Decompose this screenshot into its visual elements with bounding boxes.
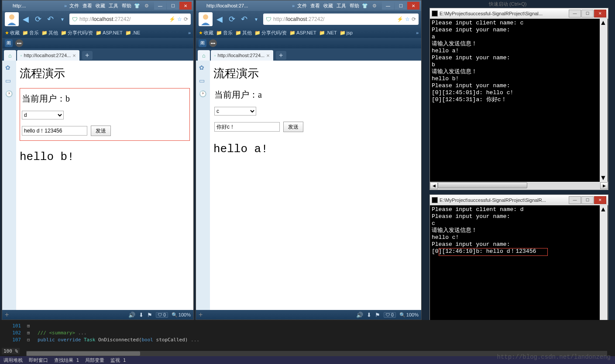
recipient-select[interactable]: d bbox=[22, 111, 64, 119]
home-button[interactable]: ⌂ bbox=[4, 50, 16, 61]
maximize-button[interactable]: ☐ bbox=[395, 2, 407, 10]
speaker-icon[interactable]: 🔊 bbox=[356, 312, 363, 318]
gear-icon[interactable]: ✿ bbox=[5, 64, 13, 72]
console-titlebar[interactable]: E:\MyProject\successful-SignalRProject\S… bbox=[430, 195, 608, 205]
reload-icon[interactable]: ⟳ bbox=[184, 16, 188, 22]
close-button[interactable]: ✕ bbox=[594, 196, 606, 204]
address-bar[interactable]: 🛡 http://localhost:27242/ ⚡ ☆ ⟳ bbox=[69, 14, 191, 25]
menu-favorites[interactable]: 收藏 bbox=[323, 3, 333, 9]
gear-icon[interactable]: ⚙ bbox=[372, 3, 377, 9]
chevron-down-icon[interactable]: ▼ bbox=[251, 14, 261, 24]
mobile-icon[interactable]: ▭ bbox=[199, 77, 207, 85]
close-button[interactable]: ✕ bbox=[407, 2, 419, 10]
clock-icon[interactable]: 🕐 bbox=[199, 90, 207, 98]
bookmark-jsp[interactable]: 📁jsp bbox=[340, 30, 353, 36]
flag-icon[interactable]: ⚑ bbox=[375, 312, 380, 318]
menu-view[interactable]: 查看 bbox=[82, 3, 92, 9]
zoom-label[interactable]: 100 % bbox=[2, 348, 20, 354]
tab-localhost[interactable]: ▫ http://localhost:2724... × bbox=[211, 50, 273, 61]
bolt-icon[interactable]: ⚡ bbox=[169, 16, 175, 22]
maximize-button[interactable]: ☐ bbox=[167, 2, 179, 10]
tshirt-icon[interactable]: 👕 bbox=[362, 3, 368, 9]
clock-icon[interactable]: 🕐 bbox=[5, 90, 13, 98]
menu-file[interactable]: 文件 bbox=[297, 3, 307, 9]
bookmark-net[interactable]: 📁.NET bbox=[319, 30, 337, 36]
minimize-button[interactable]: — bbox=[154, 2, 166, 10]
extension-icon-2[interactable]: ••• bbox=[15, 39, 23, 47]
scroll-up-button[interactable]: ▲ bbox=[600, 19, 607, 27]
close-icon[interactable]: × bbox=[72, 52, 76, 59]
mobile-icon[interactable]: ▭ bbox=[5, 77, 13, 85]
refresh-button[interactable]: ⟳ bbox=[33, 14, 43, 24]
gear-icon[interactable]: ⚙ bbox=[144, 3, 149, 9]
avatar[interactable] bbox=[199, 12, 213, 26]
titlebar[interactable]: http://localhost:27... » 文件 查看 收藏 工具 帮助 … bbox=[196, 0, 421, 11]
chevron-down-icon[interactable]: ▼ bbox=[57, 14, 68, 24]
extension-icon-1[interactable]: 阁 bbox=[5, 39, 13, 47]
minimize-button[interactable]: — bbox=[382, 2, 394, 10]
speaker-icon[interactable]: 🔊 bbox=[128, 312, 135, 318]
bookmark-share[interactable]: 📁分享代码/资 bbox=[61, 30, 93, 36]
vertical-scrollbar[interactable]: ▲ ▼ bbox=[600, 19, 608, 182]
tab-watch[interactable]: 监视 1 bbox=[110, 357, 126, 364]
bookmark-favorites[interactable]: ★收藏 bbox=[199, 30, 213, 36]
message-input[interactable] bbox=[214, 122, 280, 132]
titlebar[interactable]: http:... » 文件 查看 收藏 工具 帮助 👕 ⚙ — ☐ ✕ bbox=[2, 0, 193, 11]
horizontal-scrollbar[interactable]: ◀ ▶ bbox=[430, 182, 608, 190]
bookmark-aspnet[interactable]: 📁ASP.NET bbox=[96, 30, 123, 36]
menu-view[interactable]: 查看 bbox=[310, 3, 320, 9]
menu-tools[interactable]: 工具 bbox=[109, 3, 118, 9]
minimize-button[interactable]: — bbox=[569, 196, 581, 204]
zoom-control[interactable]: 🔍 100% bbox=[399, 312, 419, 318]
chevron-icon[interactable]: » bbox=[188, 30, 191, 35]
gear-icon[interactable]: ✿ bbox=[199, 64, 207, 72]
scroll-up-button[interactable]: ▲ bbox=[600, 205, 607, 213]
maximize-button[interactable]: ☐ bbox=[581, 196, 594, 204]
recipient-select[interactable]: c bbox=[214, 107, 256, 116]
menu-help[interactable]: 帮助 bbox=[122, 3, 131, 9]
star-icon[interactable]: ☆ bbox=[405, 16, 410, 22]
back-button[interactable]: ◀ bbox=[214, 14, 225, 24]
minimize-button[interactable]: — bbox=[569, 10, 581, 17]
tab-findresults[interactable]: 查找结果 1 bbox=[54, 357, 79, 364]
menu-tools[interactable]: 工具 bbox=[337, 3, 346, 9]
close-icon[interactable]: × bbox=[266, 52, 270, 59]
refresh-button[interactable]: ⟳ bbox=[227, 14, 237, 24]
zoom-control[interactable]: 🔍 100% bbox=[172, 312, 191, 318]
home-button[interactable]: ⌂ bbox=[198, 50, 210, 61]
download-icon[interactable]: ⬇ bbox=[139, 312, 144, 318]
tab-callstack[interactable]: 调用堆栈 bbox=[3, 357, 23, 364]
tab-locals[interactable]: 局部变量 bbox=[85, 357, 104, 364]
bookmark-other[interactable]: 📁其他 bbox=[41, 30, 58, 36]
scroll-down-button[interactable]: ▼ bbox=[600, 174, 607, 182]
address-bar[interactable]: 🛡 http://localhost:27242/ ⚡ ☆ ⟳ bbox=[263, 14, 419, 25]
send-button[interactable]: 发送 bbox=[283, 122, 303, 132]
send-button[interactable]: 发送 bbox=[91, 126, 111, 136]
console-titlebar[interactable]: E:\MyProject\successful-SignalRProject\S… bbox=[430, 8, 608, 19]
extension-icon-2[interactable]: ••• bbox=[209, 39, 217, 47]
menu-file[interactable]: 文件 bbox=[69, 3, 79, 9]
tab-localhost[interactable]: ▫ http://localhost:2724... × bbox=[17, 50, 79, 61]
maximize-button[interactable]: ☐ bbox=[581, 10, 594, 17]
message-input[interactable] bbox=[22, 126, 87, 136]
star-icon[interactable]: ☆ bbox=[177, 16, 182, 22]
bolt-icon[interactable]: ⚡ bbox=[397, 16, 403, 22]
chevron-icon[interactable]: » bbox=[416, 30, 419, 35]
new-tab-button[interactable]: + bbox=[82, 51, 93, 60]
bookmark-music[interactable]: 📁音乐 bbox=[22, 30, 39, 36]
console-output[interactable]: Please input client name: c Please input… bbox=[430, 19, 608, 182]
undo-button[interactable]: ↶ bbox=[45, 14, 55, 24]
bookmark-aspnet[interactable]: 📁ASP.NET bbox=[289, 30, 316, 36]
bookmark-music[interactable]: 📁音乐 bbox=[216, 30, 233, 36]
download-icon[interactable]: ⬇ bbox=[367, 312, 371, 318]
add-button[interactable]: + bbox=[5, 311, 9, 319]
bookmark-other[interactable]: 📁其他 bbox=[235, 30, 252, 36]
extension-icon-1[interactable]: 阁 bbox=[199, 39, 206, 47]
flag-icon[interactable]: ⚑ bbox=[147, 312, 152, 318]
scroll-right-button[interactable]: ▶ bbox=[600, 182, 608, 189]
bookmark-share[interactable]: 📁分享代码/资 bbox=[254, 30, 287, 36]
tab-immediate[interactable]: 即时窗口 bbox=[29, 357, 48, 364]
shield-badge[interactable]: 🛡 0 bbox=[156, 312, 168, 318]
shield-badge[interactable]: 🛡 0 bbox=[384, 312, 396, 318]
menu-favorites[interactable]: 收藏 bbox=[96, 3, 105, 9]
